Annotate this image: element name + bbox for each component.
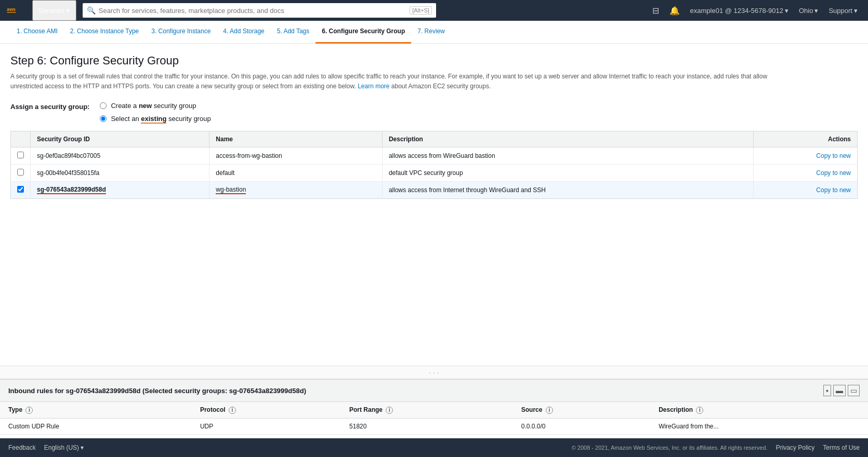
sg-table-header: Security Group ID Name Description Actio… xyxy=(11,131,858,147)
sg-copy-1: Copy to new xyxy=(753,147,857,165)
services-label: Services xyxy=(38,7,64,15)
region-chevron: ▾ xyxy=(814,7,818,15)
sg-col-checkbox xyxy=(11,131,31,147)
radio-new-sg[interactable]: Create a new security group xyxy=(100,102,211,110)
inbound-col-port: Port Range i xyxy=(341,402,513,418)
sg-checkbox-1[interactable] xyxy=(17,152,24,158)
breadcrumb-add-storage[interactable]: 4. Add Storage xyxy=(217,21,270,44)
breadcrumb-choose-instance[interactable]: 2. Choose Instance Type xyxy=(64,21,146,44)
copyright-text: © 2008 - 2021, Amazon Web Services, Inc.… xyxy=(572,445,768,451)
footer-left: Feedback English (US) ▾ xyxy=(8,444,84,451)
page-description: A security group is a set of firewall ru… xyxy=(10,72,790,91)
breadcrumb-review[interactable]: 7. Review xyxy=(411,21,451,44)
breadcrumb-bar: 1. Choose AMI 2. Choose Instance Type 3.… xyxy=(0,21,868,44)
sg-name-3: wg-bastion xyxy=(209,182,383,199)
inbound-col-protocol: Protocol i xyxy=(192,402,341,418)
sg-name-1: access-from-wg-bastion xyxy=(209,147,383,165)
svg-text:aws: aws xyxy=(7,7,16,12)
privacy-policy-link[interactable]: Privacy Policy xyxy=(776,444,815,451)
inbound-col-type: Type i xyxy=(0,402,192,418)
inbound-type-1: Custom UDP Rule xyxy=(0,418,192,434)
breadcrumb-choose-ami[interactable]: 1. Choose AMI xyxy=(10,21,64,44)
inbound-col-source: Source i xyxy=(513,402,650,418)
radio-existing-input[interactable] xyxy=(100,115,107,122)
radio-new-input[interactable] xyxy=(100,102,107,109)
region-menu[interactable]: Ohio ▾ xyxy=(795,5,822,17)
sg-table-body: sg-0ef0ac89f4bc07005 access-from-wg-bast… xyxy=(11,147,858,199)
sg-id-3: sg-076543a823999d58d xyxy=(31,182,209,199)
support-menu[interactable]: Support ▾ xyxy=(824,5,862,17)
search-shortcut: [Alt+S] xyxy=(410,6,432,15)
services-menu[interactable]: Services ▾ xyxy=(32,0,76,21)
page-title: Step 6: Configure Security Group xyxy=(10,54,858,68)
table-row: sg-00b4fe04f358015fa default default VPC… xyxy=(11,165,858,182)
radio-options: Create a new security group Select an ex… xyxy=(100,102,211,123)
account-chevron: ▾ xyxy=(785,7,788,15)
terms-of-use-link[interactable]: Terms of Use xyxy=(823,444,860,451)
top-navigation: aws Services ▾ 🔍 [Alt+S] ⊟ 🔔 example01 @… xyxy=(0,0,868,21)
port-info-icon[interactable]: i xyxy=(386,407,393,414)
sg-checkbox-3[interactable] xyxy=(17,186,24,193)
sg-copy-2: Copy to new xyxy=(753,165,857,182)
inbound-header: Inbound rules for sg-076543a823999d58d (… xyxy=(0,380,868,402)
view-icon-compact[interactable]: ▪ xyxy=(823,385,831,396)
search-input[interactable] xyxy=(99,7,406,15)
breadcrumb-configure-instance[interactable]: 3. Configure Instance xyxy=(145,21,217,44)
inbound-protocol-1: UDP xyxy=(192,418,341,434)
sg-id-1: sg-0ef0ac89f4bc07005 xyxy=(31,147,209,165)
breadcrumb-configure-sg[interactable]: 6. Configure Security Group xyxy=(315,21,411,44)
protocol-info-icon[interactable]: i xyxy=(229,407,236,414)
search-icon: 🔍 xyxy=(87,6,96,15)
inbound-source-1: 0.0.0.0/0 xyxy=(513,418,650,434)
copy-to-new-2[interactable]: Copy to new xyxy=(816,169,851,177)
svg-rect-1 xyxy=(7,12,16,12)
nav-cloud-icon[interactable]: ⊟ xyxy=(648,4,663,18)
aws-logo[interactable]: aws xyxy=(6,4,26,17)
copy-to-new-1[interactable]: Copy to new xyxy=(816,152,851,159)
table-row: sg-076543a823999d58d wg-bastion allows a… xyxy=(11,182,858,199)
sg-copy-3: Copy to new xyxy=(753,182,857,199)
assign-label: Assign a security group: xyxy=(10,102,89,111)
resize-divider[interactable]: · · · xyxy=(0,366,868,379)
view-icon-expanded[interactable]: ▭ xyxy=(848,385,860,396)
account-label: example01 @ 1234-5678-9012 xyxy=(690,7,783,15)
learn-more-link[interactable]: Learn more xyxy=(358,83,389,90)
radio-existing-sg[interactable]: Select an existing security group xyxy=(100,115,211,123)
sg-desc-3: allows access from Internet through Wire… xyxy=(382,182,753,199)
main-content: Step 6: Configure Security Group A secur… xyxy=(0,44,868,366)
assign-security-row: Assign a security group: Create a new se… xyxy=(10,102,858,123)
type-info-icon[interactable]: i xyxy=(25,407,33,414)
inbound-table-header: Type i Protocol i Port Range i Source i … xyxy=(0,402,868,418)
search-bar: 🔍 [Alt+S] xyxy=(83,3,436,18)
feedback-link[interactable]: Feedback xyxy=(8,444,36,451)
sg-col-name: Name xyxy=(209,131,383,147)
sg-col-id: Security Group ID xyxy=(31,131,209,147)
desc-info-icon[interactable]: i xyxy=(696,407,703,414)
sg-desc-2: default VPC security group xyxy=(382,165,753,182)
account-menu[interactable]: example01 @ 1234-5678-9012 ▾ xyxy=(686,5,793,17)
source-info-icon[interactable]: i xyxy=(546,407,553,414)
sg-id-2: sg-00b4fe04f358015fa xyxy=(31,165,209,182)
sg-col-actions: Actions xyxy=(753,131,857,147)
sg-col-desc: Description xyxy=(382,131,753,147)
breadcrumb-add-tags[interactable]: 5. Add Tags xyxy=(271,21,316,44)
sg-desc-1: allows access from WireGuard bastion xyxy=(382,147,753,165)
nav-bell-icon[interactable]: 🔔 xyxy=(665,4,684,18)
sg-name-2: default xyxy=(209,165,383,182)
support-chevron: ▾ xyxy=(854,7,858,15)
inbound-header-text: Inbound rules for sg-076543a823999d58d (… xyxy=(8,387,306,395)
nav-right: ⊟ 🔔 example01 @ 1234-5678-9012 ▾ Ohio ▾ … xyxy=(648,4,862,18)
footer-right: © 2008 - 2021, Amazon Web Services, Inc.… xyxy=(572,444,860,451)
view-icons: ▪ ▬ ▭ xyxy=(823,385,860,396)
inbound-port-1: 51820 xyxy=(341,418,513,434)
view-icon-medium[interactable]: ▬ xyxy=(833,385,846,396)
sg-checkbox-2[interactable] xyxy=(17,169,24,176)
copy-to-new-3[interactable]: Copy to new xyxy=(816,186,851,194)
inbound-col-desc: Description i xyxy=(650,402,868,418)
language-selector[interactable]: English (US) ▾ xyxy=(44,444,84,451)
footer-bar: Feedback English (US) ▾ © 2008 - 2021, A… xyxy=(0,438,868,457)
inbound-desc-1: WireGuard from the... xyxy=(650,418,868,434)
region-label: Ohio xyxy=(799,7,813,15)
table-row: sg-0ef0ac89f4bc07005 access-from-wg-bast… xyxy=(11,147,858,165)
security-groups-table: Security Group ID Name Description Actio… xyxy=(10,131,858,199)
